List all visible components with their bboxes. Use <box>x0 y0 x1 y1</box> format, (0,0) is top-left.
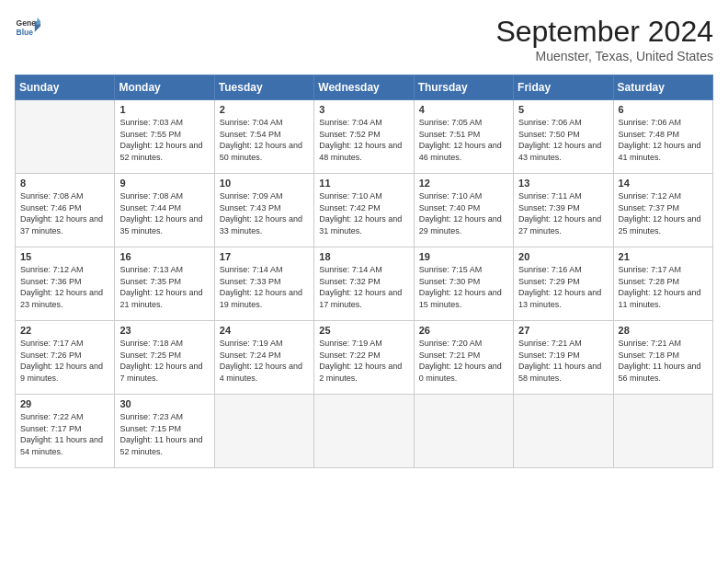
col-tuesday: Tuesday <box>214 75 313 100</box>
day-number: 9 <box>119 178 209 189</box>
calendar-cell <box>514 395 613 468</box>
day-number: 18 <box>319 251 408 262</box>
calendar-cell: 16Sunrise: 7:13 AMSunset: 7:35 PMDayligh… <box>115 247 214 321</box>
day-detail: Sunrise: 7:22 AMSunset: 7:17 PMDaylight:… <box>20 411 109 457</box>
calendar-cell <box>414 395 513 468</box>
day-detail: Sunrise: 7:06 AMSunset: 7:48 PMDaylight:… <box>619 117 708 163</box>
calendar-week-3: 15Sunrise: 7:12 AMSunset: 7:36 PMDayligh… <box>16 247 713 321</box>
day-number: 19 <box>419 251 508 262</box>
calendar-table: Sunday Monday Tuesday Wednesday Thursday… <box>15 75 713 468</box>
title-section: September 2024 Muenster, Texas, United S… <box>495 15 713 63</box>
calendar-cell: 21Sunrise: 7:17 AMSunset: 7:28 PMDayligh… <box>613 247 712 321</box>
day-number: 16 <box>119 251 209 262</box>
day-number: 23 <box>119 325 209 336</box>
day-detail: Sunrise: 7:10 AMSunset: 7:40 PMDaylight:… <box>419 190 508 236</box>
calendar-cell: 9Sunrise: 7:08 AMSunset: 7:44 PMDaylight… <box>115 174 214 247</box>
day-number: 17 <box>220 251 309 262</box>
day-number: 22 <box>20 325 109 336</box>
day-number: 3 <box>319 104 408 115</box>
day-detail: Sunrise: 7:05 AMSunset: 7:51 PMDaylight:… <box>419 117 508 163</box>
col-monday: Monday <box>115 75 214 100</box>
day-detail: Sunrise: 7:09 AMSunset: 7:43 PMDaylight:… <box>220 190 309 236</box>
calendar-cell: 8Sunrise: 7:08 AMSunset: 7:46 PMDaylight… <box>16 174 115 247</box>
header-row: Sunday Monday Tuesday Wednesday Thursday… <box>16 75 713 100</box>
calendar-week-2: 8Sunrise: 7:08 AMSunset: 7:46 PMDaylight… <box>16 174 713 247</box>
day-detail: Sunrise: 7:21 AMSunset: 7:18 PMDaylight:… <box>619 338 708 384</box>
page-header: General Blue September 2024 Muenster, Te… <box>15 15 713 63</box>
day-detail: Sunrise: 7:10 AMSunset: 7:42 PMDaylight:… <box>319 190 408 236</box>
day-number: 2 <box>220 104 309 115</box>
day-detail: Sunrise: 7:12 AMSunset: 7:37 PMDaylight:… <box>619 190 708 236</box>
logo-icon: General Blue <box>15 15 40 40</box>
calendar-cell: 18Sunrise: 7:14 AMSunset: 7:32 PMDayligh… <box>314 247 414 321</box>
calendar-cell: 12Sunrise: 7:10 AMSunset: 7:40 PMDayligh… <box>414 174 513 247</box>
day-number: 24 <box>220 325 309 336</box>
calendar-cell: 23Sunrise: 7:18 AMSunset: 7:25 PMDayligh… <box>115 321 214 395</box>
day-detail: Sunrise: 7:18 AMSunset: 7:25 PMDaylight:… <box>119 338 209 384</box>
calendar-cell <box>16 100 115 174</box>
day-detail: Sunrise: 7:23 AMSunset: 7:15 PMDaylight:… <box>119 411 209 457</box>
day-number: 8 <box>20 178 109 189</box>
calendar-title: September 2024 <box>495 15 713 49</box>
calendar-cell: 11Sunrise: 7:10 AMSunset: 7:42 PMDayligh… <box>314 174 414 247</box>
col-sunday: Sunday <box>16 75 115 100</box>
day-number: 27 <box>518 325 608 336</box>
calendar-cell: 5Sunrise: 7:06 AMSunset: 7:50 PMDaylight… <box>514 100 613 174</box>
day-number: 21 <box>619 251 708 262</box>
calendar-cell: 17Sunrise: 7:14 AMSunset: 7:33 PMDayligh… <box>214 247 313 321</box>
day-detail: Sunrise: 7:13 AMSunset: 7:35 PMDaylight:… <box>119 264 209 310</box>
day-detail: Sunrise: 7:03 AMSunset: 7:55 PMDaylight:… <box>119 117 209 163</box>
day-detail: Sunrise: 7:08 AMSunset: 7:44 PMDaylight:… <box>119 190 209 236</box>
day-detail: Sunrise: 7:20 AMSunset: 7:21 PMDaylight:… <box>419 338 508 384</box>
day-detail: Sunrise: 7:04 AMSunset: 7:52 PMDaylight:… <box>319 117 408 163</box>
calendar-cell: 29Sunrise: 7:22 AMSunset: 7:17 PMDayligh… <box>16 395 115 468</box>
day-number: 29 <box>20 398 109 409</box>
calendar-cell: 30Sunrise: 7:23 AMSunset: 7:15 PMDayligh… <box>115 395 214 468</box>
day-number: 28 <box>619 325 708 336</box>
day-number: 13 <box>518 178 608 189</box>
calendar-cell: 4Sunrise: 7:05 AMSunset: 7:51 PMDaylight… <box>414 100 513 174</box>
calendar-cell: 20Sunrise: 7:16 AMSunset: 7:29 PMDayligh… <box>514 247 613 321</box>
day-detail: Sunrise: 7:14 AMSunset: 7:33 PMDaylight:… <box>220 264 309 310</box>
calendar-cell: 15Sunrise: 7:12 AMSunset: 7:36 PMDayligh… <box>16 247 115 321</box>
day-number: 1 <box>119 104 209 115</box>
col-friday: Friday <box>514 75 613 100</box>
day-number: 25 <box>319 325 408 336</box>
calendar-cell: 3Sunrise: 7:04 AMSunset: 7:52 PMDaylight… <box>314 100 414 174</box>
day-number: 15 <box>20 251 109 262</box>
calendar-week-5: 29Sunrise: 7:22 AMSunset: 7:17 PMDayligh… <box>16 395 713 468</box>
calendar-cell <box>613 395 712 468</box>
day-detail: Sunrise: 7:04 AMSunset: 7:54 PMDaylight:… <box>220 117 309 163</box>
calendar-cell: 28Sunrise: 7:21 AMSunset: 7:18 PMDayligh… <box>613 321 712 395</box>
calendar-cell: 27Sunrise: 7:21 AMSunset: 7:19 PMDayligh… <box>514 321 613 395</box>
day-detail: Sunrise: 7:17 AMSunset: 7:26 PMDaylight:… <box>20 338 109 384</box>
calendar-cell: 14Sunrise: 7:12 AMSunset: 7:37 PMDayligh… <box>613 174 712 247</box>
calendar-cell: 26Sunrise: 7:20 AMSunset: 7:21 PMDayligh… <box>414 321 513 395</box>
col-wednesday: Wednesday <box>314 75 414 100</box>
calendar-cell: 24Sunrise: 7:19 AMSunset: 7:24 PMDayligh… <box>214 321 313 395</box>
calendar-cell: 1Sunrise: 7:03 AMSunset: 7:55 PMDaylight… <box>115 100 214 174</box>
calendar-cell: 13Sunrise: 7:11 AMSunset: 7:39 PMDayligh… <box>514 174 613 247</box>
calendar-week-1: 1Sunrise: 7:03 AMSunset: 7:55 PMDaylight… <box>16 100 713 174</box>
day-number: 30 <box>119 398 209 409</box>
day-detail: Sunrise: 7:12 AMSunset: 7:36 PMDaylight:… <box>20 264 109 310</box>
day-detail: Sunrise: 7:19 AMSunset: 7:24 PMDaylight:… <box>220 338 309 384</box>
calendar-week-4: 22Sunrise: 7:17 AMSunset: 7:26 PMDayligh… <box>16 321 713 395</box>
calendar-cell: 25Sunrise: 7:19 AMSunset: 7:22 PMDayligh… <box>314 321 414 395</box>
day-number: 6 <box>619 104 708 115</box>
day-number: 11 <box>319 178 408 189</box>
day-detail: Sunrise: 7:11 AMSunset: 7:39 PMDaylight:… <box>518 190 608 236</box>
day-number: 26 <box>419 325 508 336</box>
svg-text:Blue: Blue <box>17 28 34 37</box>
day-detail: Sunrise: 7:15 AMSunset: 7:30 PMDaylight:… <box>419 264 508 310</box>
calendar-cell: 19Sunrise: 7:15 AMSunset: 7:30 PMDayligh… <box>414 247 513 321</box>
day-detail: Sunrise: 7:21 AMSunset: 7:19 PMDaylight:… <box>518 338 608 384</box>
day-detail: Sunrise: 7:06 AMSunset: 7:50 PMDaylight:… <box>518 117 608 163</box>
col-thursday: Thursday <box>414 75 513 100</box>
day-number: 5 <box>518 104 608 115</box>
calendar-cell <box>314 395 414 468</box>
day-number: 4 <box>419 104 508 115</box>
day-number: 20 <box>518 251 608 262</box>
calendar-subtitle: Muenster, Texas, United States <box>495 49 713 63</box>
calendar-cell: 10Sunrise: 7:09 AMSunset: 7:43 PMDayligh… <box>214 174 313 247</box>
